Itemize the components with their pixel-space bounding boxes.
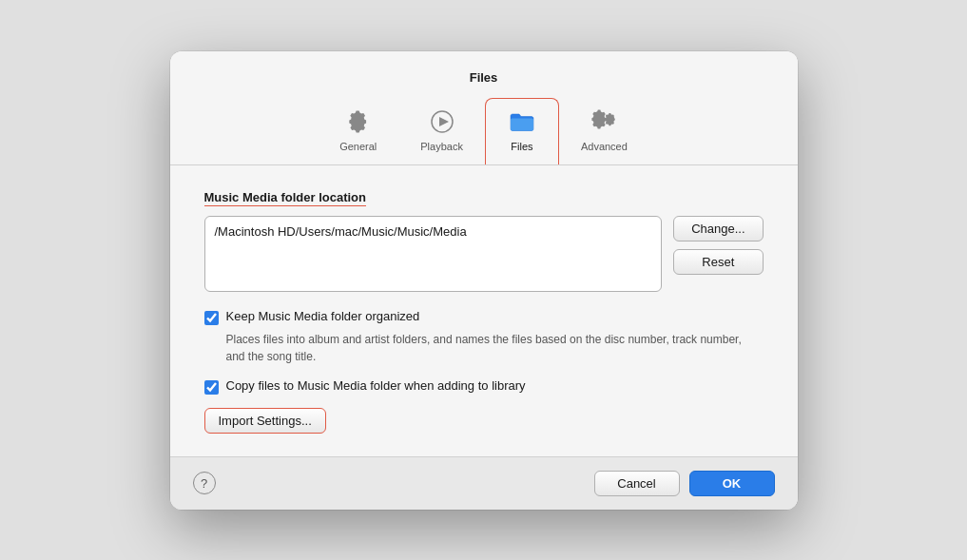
keep-organized-desc: Places files into album and artist folde… xyxy=(226,331,764,365)
tab-general-label: General xyxy=(339,141,377,152)
gear-advanced-icon xyxy=(589,106,619,137)
help-button[interactable]: ? xyxy=(193,472,216,494)
tab-advanced[interactable]: Advanced xyxy=(559,98,649,164)
svg-marker-1 xyxy=(439,117,449,126)
cancel-button[interactable]: Cancel xyxy=(594,471,680,496)
tab-advanced-label: Advanced xyxy=(581,141,628,152)
tab-playback[interactable]: Playback xyxy=(398,98,485,164)
keep-organized-label: Keep Music Media folder organized xyxy=(226,309,420,323)
keep-organized-checkbox[interactable] xyxy=(204,311,219,325)
folder-action-buttons: Change... Reset xyxy=(673,216,763,275)
folder-location-row: /Macintosh HD/Users/mac/Music/Music/Medi… xyxy=(204,216,764,292)
dialog-content: Music Media folder location /Macintosh H… xyxy=(170,165,798,456)
copy-files-checkbox[interactable] xyxy=(204,380,219,395)
dialog-header: Files General xyxy=(170,51,798,165)
reset-button[interactable]: Reset xyxy=(673,249,763,275)
files-dialog: Files General xyxy=(170,51,798,510)
dialog-footer: ? Cancel OK xyxy=(170,456,798,510)
ok-button[interactable]: OK xyxy=(689,471,775,496)
folder-icon xyxy=(507,106,537,137)
copy-files-row: Copy files to Music Media folder when ad… xyxy=(204,378,764,395)
svg-rect-2 xyxy=(511,118,533,130)
play-icon xyxy=(427,106,457,137)
dialog-title: Files xyxy=(170,70,798,85)
tab-files[interactable]: Files xyxy=(485,98,559,164)
tab-files-label: Files xyxy=(511,141,532,152)
folder-path-display: /Macintosh HD/Users/mac/Music/Music/Medi… xyxy=(204,216,663,292)
tab-playback-label: Playback xyxy=(420,141,463,152)
copy-files-label: Copy files to Music Media folder when ad… xyxy=(226,378,526,393)
import-settings-button[interactable]: Import Settings... xyxy=(204,408,326,434)
gear-icon xyxy=(343,106,374,137)
footer-actions: Cancel OK xyxy=(594,471,775,496)
keep-organized-row: Keep Music Media folder organized xyxy=(204,309,764,325)
folder-section-label: Music Media folder location xyxy=(204,190,366,206)
tabs-bar: General Playback xyxy=(170,98,798,164)
tab-general[interactable]: General xyxy=(318,98,398,164)
change-button[interactable]: Change... xyxy=(673,216,763,241)
